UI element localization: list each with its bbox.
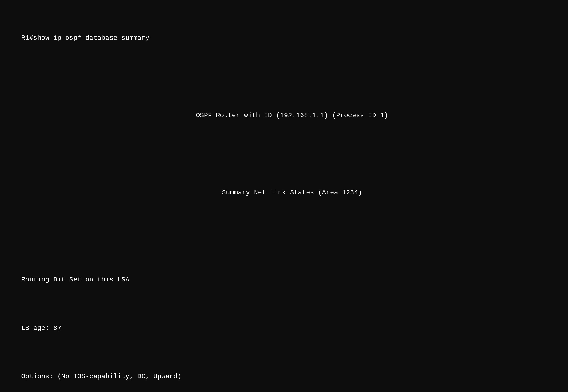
command-line: R1#show ip ospf database summary (5, 24, 563, 53)
summary-header: Summary Net Link States (Area 1234) (5, 178, 563, 208)
blank-line-3 (5, 227, 563, 237)
ospf-header: OSPF Router with ID (192.168.1.1) (Proce… (5, 101, 563, 130)
blank-line-1 (5, 72, 563, 82)
terminal-window: R1#show ip ospf database summary OSPF Ro… (5, 4, 563, 392)
entry1-routing-bit: Routing Bit Set on this LSA (5, 265, 563, 294)
entry1-options: Options: (No TOS-capability, DC, Upward) (5, 362, 563, 391)
ospf-header-text: OSPF Router with ID (192.168.1.1) (Proce… (196, 112, 388, 119)
summary-header-text: Summary Net Link States (Area 1234) (222, 189, 362, 196)
blank-line-2 (5, 149, 563, 159)
entry1-ls-age: LS age: 87 (5, 314, 563, 343)
command-text: R1#show ip ospf database summary (21, 34, 149, 42)
